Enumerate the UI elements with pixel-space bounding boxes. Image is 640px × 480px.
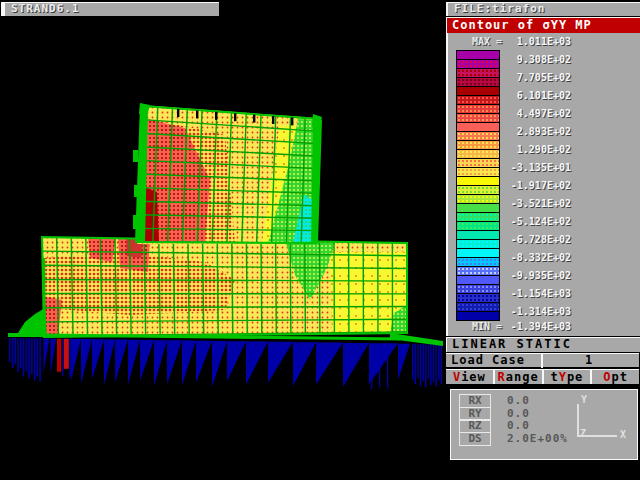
contour-title-bar: Contour of σYY MP bbox=[446, 17, 640, 34]
legend-value-label: 6.101E+02 bbox=[471, 90, 571, 101]
axis-z-label: Z bbox=[580, 428, 586, 439]
rx-value: 0.0 bbox=[507, 394, 530, 407]
type-button[interactable]: tYpe bbox=[542, 369, 591, 384]
analysis-type-bar: LINEAR STATIC bbox=[446, 337, 640, 352]
ds-button[interactable]: DS bbox=[459, 432, 491, 446]
legend-value-label: -3.135E+01 bbox=[471, 162, 571, 173]
load-case-value[interactable]: 1 bbox=[538, 353, 639, 368]
upper-block bbox=[133, 103, 322, 244]
model-viewport[interactable] bbox=[0, 0, 446, 480]
legend-value-label: 4.497E+02 bbox=[471, 108, 571, 119]
opt-button[interactable]: Opt bbox=[590, 369, 639, 384]
legend-value-label: -5.124E+02 bbox=[471, 216, 571, 227]
view-button[interactable]: View bbox=[446, 369, 493, 384]
range-button[interactable]: Range bbox=[493, 369, 542, 384]
axis-triad: Y Z X bbox=[569, 396, 633, 452]
load-case-number: 1 bbox=[585, 353, 592, 367]
application-window: STRAND6.1 FILE:tirafon Contour of σYY MP… bbox=[0, 0, 640, 480]
status-box: RX0.0RY0.0RZ0.0DS2.0E+00% Y Z X bbox=[450, 389, 638, 460]
app-title-bar: STRAND6.1 bbox=[1, 2, 219, 16]
contour-title: Contour of σYY MP bbox=[452, 18, 592, 32]
pile-spikes bbox=[9, 338, 442, 389]
legend-value-label: 2.893E+02 bbox=[471, 126, 571, 137]
load-case-button[interactable]: Load Case bbox=[446, 353, 543, 368]
load-case-label: Load Case bbox=[451, 353, 525, 367]
file-bar: FILE:tirafon bbox=[446, 2, 640, 16]
ry-row: RY0.0 bbox=[459, 407, 491, 420]
legend-value-label: -1.917E+02 bbox=[471, 180, 571, 191]
file-label: FILE:tirafon bbox=[454, 2, 545, 15]
legend-panel: MAX = 1.011E+03 9.308E+027.705E+026.101E… bbox=[446, 33, 640, 336]
analysis-type: LINEAR STATIC bbox=[452, 337, 572, 351]
legend-value-label: -3.521E+02 bbox=[471, 198, 571, 209]
legend-value-label: -9.935E+02 bbox=[471, 270, 571, 281]
rz-row: RZ0.0 bbox=[459, 419, 491, 432]
legend-max-value: 1.011E+03 bbox=[471, 36, 571, 47]
legend-min-value: -1.394E+03 bbox=[471, 321, 571, 332]
axis-y-label: Y bbox=[581, 394, 587, 405]
ds-row: DS2.0E+00% bbox=[459, 432, 491, 445]
rx-row: RX0.0 bbox=[459, 394, 491, 407]
command-buttons: ViewRangetYpeOpt bbox=[446, 369, 639, 384]
legend-value-label: 9.308E+02 bbox=[471, 54, 571, 65]
legend-value-label: -1.154E+03 bbox=[471, 288, 571, 299]
legend-value-label: 7.705E+02 bbox=[471, 72, 571, 83]
rz-value: 0.0 bbox=[507, 419, 530, 432]
legend-value-label: -8.332E+02 bbox=[471, 252, 571, 263]
lower-block bbox=[38, 237, 407, 337]
legend-value-label: -6.728E+02 bbox=[471, 234, 571, 245]
ry-value: 0.0 bbox=[507, 407, 530, 420]
ds-value: 2.0E+00% bbox=[507, 432, 568, 445]
legend-value-label: -1.314E+03 bbox=[471, 306, 571, 317]
app-title: STRAND6.1 bbox=[11, 2, 80, 15]
load-case-row: Load Case 1 bbox=[446, 353, 639, 367]
axis-x-label: X bbox=[620, 429, 626, 440]
legend-value-label: 1.290E+02 bbox=[471, 144, 571, 155]
